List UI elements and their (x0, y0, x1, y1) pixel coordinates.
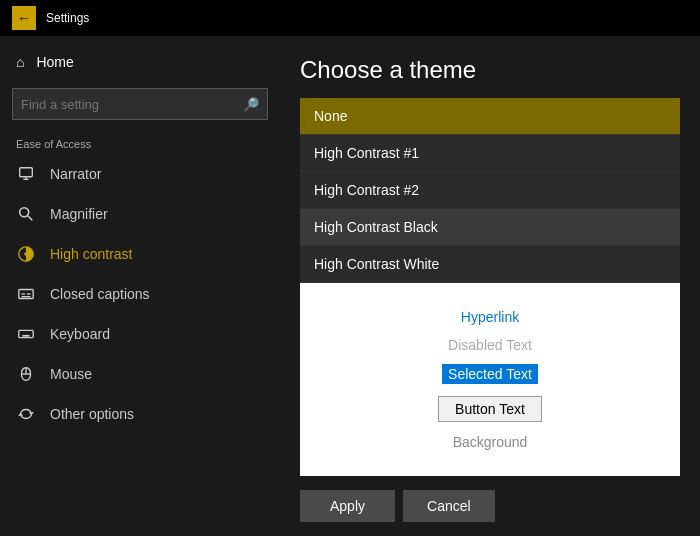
search-input[interactable] (13, 97, 235, 112)
theme-option-hc-white[interactable]: High Contrast White (300, 246, 680, 283)
mouse-icon (16, 364, 36, 384)
sidebar-item-keyboard[interactable]: Keyboard (0, 314, 280, 354)
bottom-buttons: Apply Cancel (300, 476, 680, 536)
sidebar-search-box[interactable]: 🔎 (12, 88, 268, 120)
other-options-icon (16, 404, 36, 424)
search-icon: 🔎 (235, 97, 267, 112)
page-title: Choose a theme (300, 56, 680, 84)
sidebar-item-closed-captions[interactable]: Closed captions (0, 274, 280, 314)
high-contrast-icon (16, 244, 36, 264)
narrator-icon (16, 164, 36, 184)
svg-point-4 (24, 252, 28, 256)
theme-option-hc2[interactable]: High Contrast #2 (300, 172, 680, 209)
keyboard-icon (16, 324, 36, 344)
preview-disabled-text: Disabled Text (448, 337, 532, 353)
cancel-button[interactable]: Cancel (403, 490, 495, 522)
sidebar-section-label: Ease of Access (0, 128, 280, 154)
theme-option-hc-black[interactable]: High Contrast Black (300, 209, 680, 246)
preview-button[interactable]: Button Text (438, 396, 542, 422)
svg-point-1 (20, 208, 29, 217)
svg-line-2 (28, 216, 33, 221)
preview-background-text: Background (453, 434, 528, 450)
preview-selected-text: Selected Text (442, 364, 538, 384)
sidebar-item-magnifier[interactable]: Magnifier (0, 194, 280, 234)
closed-captions-icon (16, 284, 36, 304)
main-layout: ⌂ Home 🔎 Ease of Access Narrator Magnifi… (0, 36, 700, 536)
home-icon: ⌂ (16, 54, 24, 70)
sidebar-item-mouse[interactable]: Mouse (0, 354, 280, 394)
sidebar-item-other-options[interactable]: Other options (0, 394, 280, 434)
preview-hyperlink: Hyperlink (461, 309, 519, 325)
sidebar-item-narrator[interactable]: Narrator (0, 154, 280, 194)
theme-option-none[interactable]: None (300, 98, 680, 135)
title-bar: ← Settings (0, 0, 700, 36)
back-button[interactable]: ← (12, 6, 36, 30)
theme-option-hc1[interactable]: High Contrast #1 (300, 135, 680, 172)
svg-rect-0 (20, 168, 33, 177)
sidebar-item-home[interactable]: ⌂ Home (0, 44, 280, 80)
sidebar: ⌂ Home 🔎 Ease of Access Narrator Magnifi… (0, 36, 280, 536)
theme-dropdown: None High Contrast #1 High Contrast #2 H… (300, 98, 680, 283)
apply-button[interactable]: Apply (300, 490, 395, 522)
content-area: Choose a theme None High Contrast #1 Hig… (280, 36, 700, 536)
preview-area: Hyperlink Disabled Text Selected Text Bu… (300, 283, 680, 476)
title-bar-text: Settings (46, 11, 89, 25)
sidebar-item-high-contrast[interactable]: High contrast (0, 234, 280, 274)
magnifier-icon (16, 204, 36, 224)
